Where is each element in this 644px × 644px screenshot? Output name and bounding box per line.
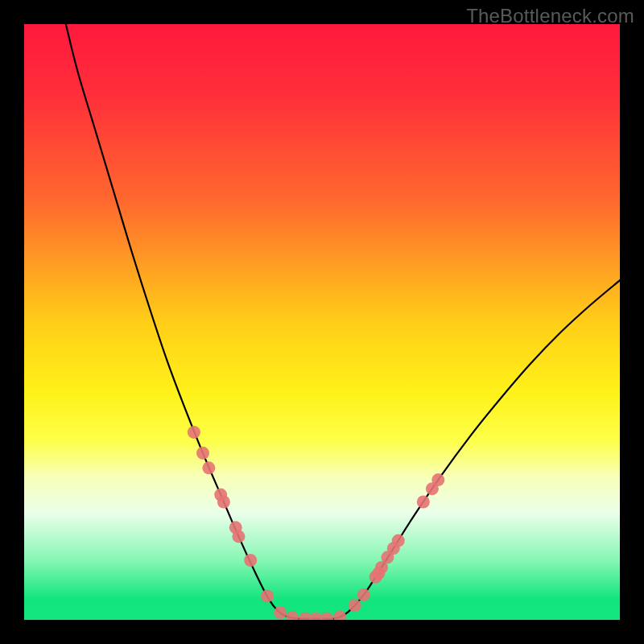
curve-marker xyxy=(261,589,274,602)
curve-marker xyxy=(417,495,430,508)
curve-marker xyxy=(392,535,405,547)
curve-marker xyxy=(357,588,370,601)
gradient-background xyxy=(24,24,620,620)
curve-marker xyxy=(217,495,230,508)
curve-marker xyxy=(431,473,444,486)
chart-svg xyxy=(24,24,620,620)
curve-marker xyxy=(196,447,209,460)
curve-marker xyxy=(274,606,287,619)
chart-frame: TheBottleneck.com xyxy=(0,0,644,644)
curve-marker xyxy=(188,426,200,439)
curve-marker xyxy=(349,599,361,612)
curve-marker xyxy=(202,461,215,474)
curve-marker xyxy=(244,554,257,567)
plot-area xyxy=(24,24,620,620)
curve-marker xyxy=(232,530,245,543)
